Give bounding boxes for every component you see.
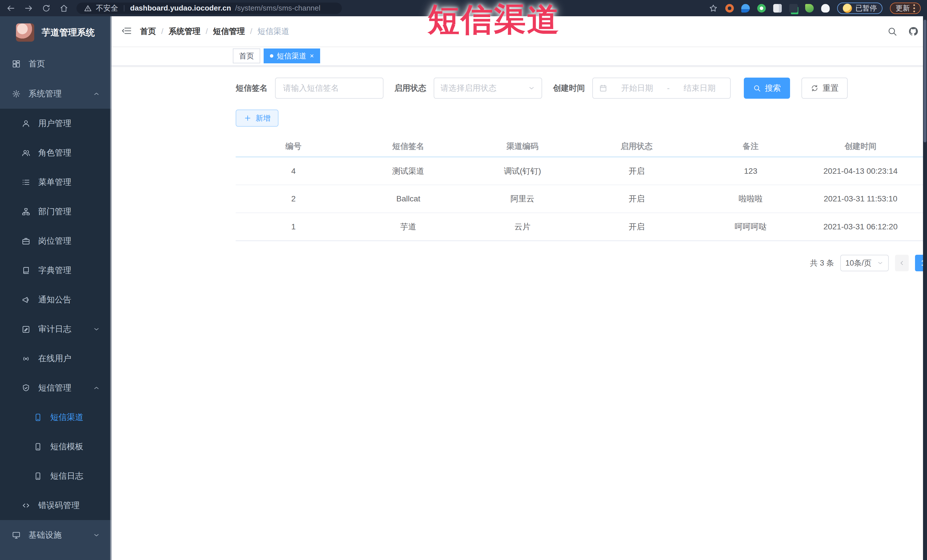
sidebar-item-home[interactable]: 首页 [0,49,112,79]
search-button[interactable]: 搜索 [744,77,790,99]
extension-icon[interactable] [773,4,782,12]
sidebar-item-sms-channel[interactable]: 短信渠道 [0,402,112,432]
extension-icon[interactable] [805,4,814,12]
breadcrumb: 首页 / 系统管理 / 短信管理 / 短信渠道 [140,26,289,37]
sms-channel-table: 编号 短信签名 渠道编码 启用状态 备注 创建时间 操作 4 测试渠道 调试(钉… [236,137,927,241]
sidebar-item-user-mgmt[interactable]: 用户管理 [0,109,112,138]
table-row: 1 芋道 云片 开启 呵呵呵哒 2021-03-31 06:12:20 修改 删… [236,213,927,241]
breadcrumb-sms[interactable]: 短信管理 [213,26,245,37]
sign-label: 短信签名 [236,83,267,94]
breadcrumb-system[interactable]: 系统管理 [169,26,201,37]
sidebar-item-post-mgmt[interactable]: 岗位管理 [0,226,112,256]
col-sign: 短信签名 [351,137,465,157]
extension-icon[interactable] [757,4,766,12]
shield-check-icon [22,384,30,392]
extension-icon[interactable] [741,4,750,12]
sidebar-item-role-mgmt[interactable]: 角色管理 [0,138,112,167]
overlay-annotation-title: 短信渠道 [428,0,560,41]
prev-page-button[interactable] [895,255,909,271]
logo-image [16,23,34,42]
sidebar-item-sms-log[interactable]: 短信日志 [0,461,112,491]
divider [124,5,125,11]
sidebar-item-dict-mgmt[interactable]: 字典管理 [0,256,112,285]
extension-icon[interactable] [725,4,734,12]
gear-icon [12,90,21,98]
app-logo: 芋道管理系统 [0,16,112,49]
main-area: 首页 / 系统管理 / 短信管理 / 短信渠道 TT 首页 [112,16,927,560]
sidebar-item-error-code-mgmt[interactable]: 错误码管理 [0,491,112,520]
sidebar-item-system-mgmt[interactable]: 系统管理 [0,79,112,109]
dashboard-icon [12,60,21,68]
github-icon[interactable] [908,26,918,36]
col-id: 编号 [236,137,351,157]
time-label: 创建时间 [553,83,585,94]
sidebar-item-sms-mgmt[interactable]: 短信管理 [0,373,112,402]
url-path: /system/sms/sms-channel [235,4,321,12]
sidebar-item-sms-template[interactable]: 短信模板 [0,432,112,461]
sidebar: 芋道管理系统 首页 系统管理 用户管理 角色管理 菜单管理 [0,16,112,560]
chevron-up-icon [93,384,100,392]
date-range-picker[interactable]: 开始日期 - 结束日期 [592,77,731,99]
chevron-left-icon [898,260,905,266]
sign-input[interactable] [283,83,375,93]
phone-icon [33,442,42,451]
bookmark-star-icon[interactable] [709,4,718,13]
search-icon[interactable] [887,26,897,36]
browser-extensions: 已暂停 更新 [709,3,921,14]
page-content: 短信签名 启用状态 请选择启用状态 创建时间 开始日期 - 结束日期 [112,66,927,560]
page-size-select[interactable]: 10条/页 [840,255,889,271]
sidebar-item-menu-mgmt[interactable]: 菜单管理 [0,167,112,197]
hamburger-icon [121,26,132,36]
paused-label: 已暂停 [856,3,877,13]
sidebar-item-dept-mgmt[interactable]: 部门管理 [0,197,112,226]
forward-icon[interactable] [24,4,33,13]
log-edit-icon [22,325,30,334]
table-toolbar: 新增 [236,109,927,127]
megaphone-icon [22,296,30,304]
refresh-icon [811,84,819,92]
close-icon[interactable]: × [310,52,314,60]
tab-sms-channel[interactable]: 短信渠道 × [264,49,320,63]
end-date-placeholder[interactable]: 结束日期 [675,83,724,94]
sidebar-item-infrastructure[interactable]: 基础设施 [0,520,112,550]
extension-icon[interactable] [789,4,798,12]
emoji-icon [843,4,852,13]
status-select[interactable]: 请选择启用状态 [434,77,542,99]
browser-nav [6,4,68,13]
reset-button[interactable]: 重置 [801,77,848,99]
breadcrumb-home[interactable]: 首页 [140,26,156,37]
total-count: 共 3 条 [810,258,834,268]
tab-home[interactable]: 首页 [233,49,260,63]
sign-input-wrap [275,77,383,99]
home-icon[interactable] [59,4,68,13]
url-host: dashboard.yudao.iocoder.cn [130,4,231,12]
sidebar-item-online-users[interactable]: 在线用户 [0,344,112,373]
plus-icon [244,114,252,122]
sidebar-toggle[interactable] [121,26,132,37]
add-button[interactable]: 新增 [236,109,278,127]
reload-icon[interactable] [42,4,51,13]
page-scrollbar[interactable] [923,16,927,560]
table-row: 2 Ballcat 阿里云 开启 啦啦啦 2021-03-31 11:53:10… [236,185,927,213]
pagination: 共 3 条 10条/页 1 前往 页 [236,255,927,271]
chevron-down-icon [93,325,100,333]
scrollbar-thumb[interactable] [924,20,926,143]
paused-badge[interactable]: 已暂停 [837,3,883,14]
start-date-placeholder[interactable]: 开始日期 [613,83,661,94]
security-label[interactable]: 不安全 [96,3,118,13]
menu-dots-icon[interactable] [913,4,915,12]
sidebar-item-audit-log[interactable]: 审计日志 [0,314,112,344]
col-status: 启用状态 [579,137,694,157]
address-bar[interactable]: 不安全 dashboard.yudao.iocoder.cn/system/sm… [76,3,342,14]
back-icon[interactable] [6,4,15,13]
sidebar-item-notice[interactable]: 通知公告 [0,285,112,314]
chevron-up-icon [93,90,100,97]
system-submenu: 用户管理 角色管理 菜单管理 部门管理 岗位管理 字典管理 [0,109,112,520]
table-row: 4 测试渠道 调试(钉钉) 开启 123 2021-04-13 00:23:14… [236,157,927,185]
update-button[interactable]: 更新 [890,3,921,14]
calendar-icon [599,84,607,92]
filter-form: 短信签名 启用状态 请选择启用状态 创建时间 开始日期 - 结束日期 [236,77,927,99]
extension-icon[interactable] [821,4,830,12]
app-root: 芋道管理系统 首页 系统管理 用户管理 角色管理 菜单管理 [0,16,927,560]
table-header-row: 编号 短信签名 渠道编码 启用状态 备注 创建时间 操作 [236,137,927,157]
